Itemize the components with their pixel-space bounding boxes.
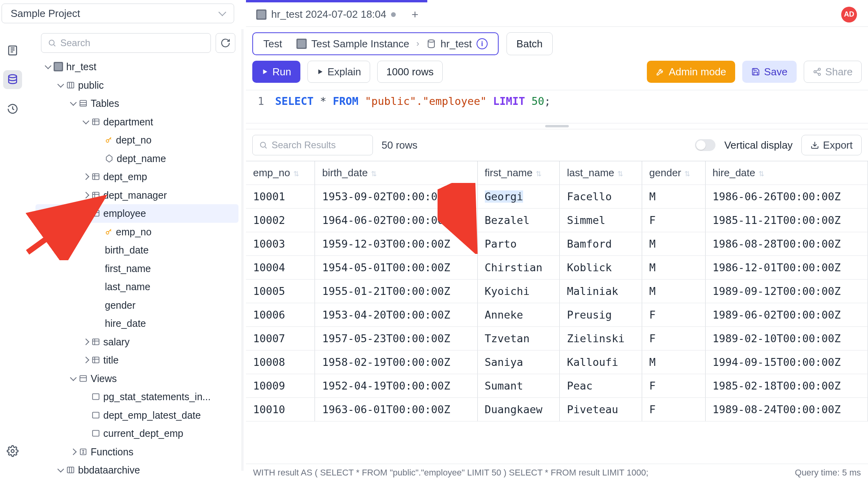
- export-button[interactable]: Export: [801, 135, 862, 155]
- tree-table-department[interactable]: department: [35, 113, 238, 131]
- cell[interactable]: Maliniak: [560, 280, 642, 303]
- connection-breadcrumb[interactable]: Test Test Sample Instance › hr_test i: [252, 32, 499, 55]
- cell[interactable]: 10007: [246, 327, 315, 350]
- cell[interactable]: 1954-05-01T00:00:00Z: [315, 256, 477, 280]
- table-row[interactable]: 100011953-09-02T00:00:00ZGeorgiFacelloM1…: [246, 185, 868, 209]
- tree-view-0[interactable]: pg_stat_statements_in...: [35, 388, 238, 406]
- cell[interactable]: Anneke: [477, 303, 560, 327]
- tree-col-birth_date[interactable]: birth_date: [35, 241, 238, 259]
- cell[interactable]: 1963-06-01T00:00:00Z: [315, 398, 477, 421]
- table-row[interactable]: 100021964-06-02T00:00:00ZBezalelSimmelF1…: [246, 209, 868, 232]
- tree-col-dept_name[interactable]: dept_name: [35, 149, 238, 168]
- cell[interactable]: Bamford: [560, 232, 642, 256]
- tree-table-dept_manager[interactable]: dept_manager: [35, 186, 238, 205]
- cell[interactable]: Sumant: [477, 374, 560, 398]
- cell[interactable]: 1985-11-21T00:00:00Z: [705, 209, 868, 232]
- cell[interactable]: Chirstian: [477, 256, 560, 280]
- column-header-first_name[interactable]: first_name⇅: [477, 161, 560, 185]
- cell[interactable]: 10001: [246, 185, 315, 209]
- cell[interactable]: Koblick: [560, 256, 642, 280]
- cell[interactable]: 1958-02-19T00:00:00Z: [315, 350, 477, 374]
- cell[interactable]: 1986-08-28T00:00:00Z: [705, 232, 868, 256]
- cell[interactable]: 1959-12-03T00:00:00Z: [315, 232, 477, 256]
- cell[interactable]: Piveteau: [560, 398, 642, 421]
- column-header-birth_date[interactable]: birth_date⇅: [315, 161, 477, 185]
- tree-col-emp_no[interactable]: emp_no: [35, 223, 238, 241]
- cell[interactable]: 1952-04-19T00:00:00Z: [315, 374, 477, 398]
- crumb-database[interactable]: hr_test i: [419, 38, 495, 50]
- cell[interactable]: Bezalel: [477, 209, 560, 232]
- editor-tab[interactable]: hr_test 2024-07-02 18:04: [252, 6, 400, 23]
- tree-views-folder[interactable]: Views: [35, 369, 238, 388]
- cell[interactable]: 1955-01-21T00:00:00Z: [315, 280, 477, 303]
- tree-schema-bbdataarchive[interactable]: bbdataarchive: [35, 461, 238, 479]
- tree-table-title[interactable]: title: [35, 351, 238, 369]
- table-row[interactable]: 100101963-06-01T00:00:00ZDuangkaewPivete…: [246, 398, 868, 421]
- vertical-display-toggle[interactable]: [695, 139, 715, 151]
- cell[interactable]: 1957-05-23T00:00:00Z: [315, 327, 477, 350]
- cell[interactable]: Preusig: [560, 303, 642, 327]
- batch-button[interactable]: Batch: [507, 32, 553, 55]
- crumb-env[interactable]: Test: [256, 38, 289, 50]
- cell[interactable]: Georgi: [477, 185, 560, 209]
- share-button[interactable]: Share: [804, 61, 862, 83]
- explain-button[interactable]: Explain: [307, 61, 370, 83]
- cell[interactable]: M: [642, 280, 706, 303]
- admin-mode-button[interactable]: Admin mode: [647, 61, 735, 83]
- tree-table-dept_emp[interactable]: dept_emp: [35, 168, 238, 186]
- cell[interactable]: 10002: [246, 209, 315, 232]
- tree-col-first_name[interactable]: first_name: [35, 259, 238, 278]
- table-row[interactable]: 100051955-01-21T00:00:00ZKyoichiMaliniak…: [246, 280, 868, 303]
- cell[interactable]: F: [642, 303, 706, 327]
- new-tab-button[interactable]: +: [407, 8, 423, 21]
- cell[interactable]: 10003: [246, 232, 315, 256]
- tree-table-employee[interactable]: employee: [35, 204, 238, 223]
- cell[interactable]: 1986-06-26T00:00:00Z: [705, 185, 868, 209]
- cell[interactable]: Facello: [560, 185, 642, 209]
- results-grid[interactable]: emp_no⇅birth_date⇅first_name⇅last_name⇅g…: [246, 161, 868, 481]
- tree-view-2[interactable]: current_dept_emp: [35, 424, 238, 443]
- sidebar-refresh-button[interactable]: [216, 33, 235, 53]
- cell[interactable]: Parto: [477, 232, 560, 256]
- tree-view-1[interactable]: dept_emp_latest_date: [35, 406, 238, 425]
- cell[interactable]: M: [642, 256, 706, 280]
- cell[interactable]: 1953-04-20T00:00:00Z: [315, 303, 477, 327]
- cell[interactable]: 1985-02-18T00:00:00Z: [705, 374, 868, 398]
- cell[interactable]: 10005: [246, 280, 315, 303]
- cell[interactable]: M: [642, 232, 706, 256]
- rows-limit-select[interactable]: 1000 rows: [377, 61, 443, 83]
- cell[interactable]: 1994-09-15T00:00:00Z: [705, 350, 868, 374]
- tree-table-salary[interactable]: salary: [35, 333, 238, 351]
- cell[interactable]: F: [642, 398, 706, 421]
- tree-schema-public[interactable]: public: [35, 76, 238, 95]
- sidebar-resize-handle[interactable]: [241, 29, 244, 471]
- rail-database-icon[interactable]: [3, 70, 22, 89]
- run-button[interactable]: Run: [252, 61, 300, 83]
- table-row[interactable]: 100071957-05-23T00:00:00ZTzvetanZielinsk…: [246, 327, 868, 350]
- cell[interactable]: F: [642, 374, 706, 398]
- column-header-emp_no[interactable]: emp_no⇅: [246, 161, 315, 185]
- cell[interactable]: 1989-09-12T00:00:00Z: [705, 280, 868, 303]
- cell[interactable]: 1989-02-10T00:00:00Z: [705, 327, 868, 350]
- cell[interactable]: Peac: [560, 374, 642, 398]
- rail-history-icon[interactable]: [3, 99, 22, 118]
- cell[interactable]: 1986-12-01T00:00:00Z: [705, 256, 868, 280]
- info-icon[interactable]: i: [477, 38, 488, 49]
- cell[interactable]: 10008: [246, 350, 315, 374]
- project-selector[interactable]: Sample Project: [2, 4, 234, 23]
- cell[interactable]: M: [642, 350, 706, 374]
- cell[interactable]: 1953-09-02T00:00:00Z: [315, 185, 477, 209]
- cell[interactable]: Zielinski: [560, 327, 642, 350]
- cell[interactable]: 1989-08-24T00:00:00Z: [705, 398, 868, 421]
- column-header-gender[interactable]: gender⇅: [642, 161, 706, 185]
- cell[interactable]: Kalloufi: [560, 350, 642, 374]
- table-row[interactable]: 100081958-02-19T00:00:00ZSaniyaKalloufiM…: [246, 350, 868, 374]
- table-row[interactable]: 100061953-04-20T00:00:00ZAnnekePreusigF1…: [246, 303, 868, 327]
- cell[interactable]: M: [642, 185, 706, 209]
- table-row[interactable]: 100031959-12-03T00:00:00ZPartoBamfordM19…: [246, 232, 868, 256]
- cell[interactable]: 1989-06-02T00:00:00Z: [705, 303, 868, 327]
- cell[interactable]: Duangkaew: [477, 398, 560, 421]
- cell[interactable]: 10010: [246, 398, 315, 421]
- rail-worksheets-icon[interactable]: [3, 41, 22, 60]
- avatar[interactable]: AD: [841, 7, 857, 22]
